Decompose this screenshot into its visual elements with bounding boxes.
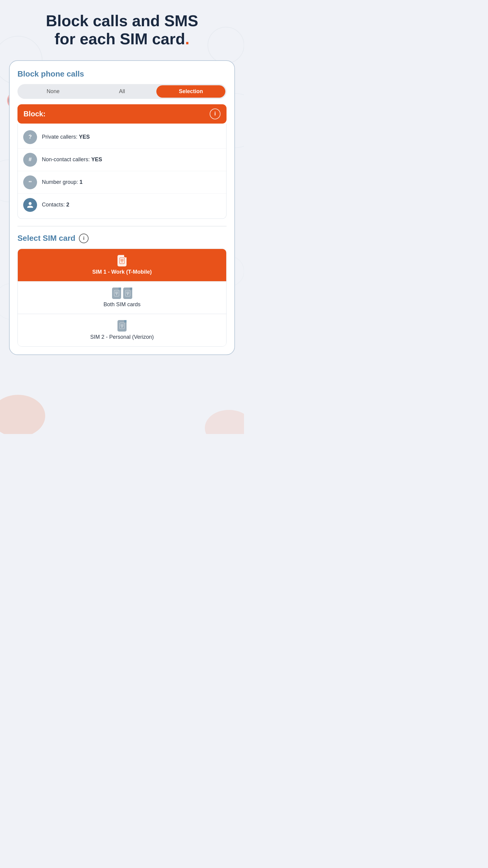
noncontact-callers-text: Non-contact callers: YES [42,156,102,163]
headline-dot: . [185,30,190,48]
block-calls-title: Block phone calls [18,69,227,79]
block-header-box: Block: i [18,104,227,124]
tab-group: None All Selection [18,84,227,99]
svg-text:2: 2 [127,293,128,296]
contacts-icon [23,198,37,212]
block-item-private[interactable]: ? Private callers: YES [18,126,226,148]
section-divider [18,226,227,226]
tab-none[interactable]: None [19,85,88,98]
block-calls-section: Block phone calls None All Selection Blo… [18,69,227,219]
both-chip-2: 2 [123,287,132,299]
select-sim-header: Select SIM card i [18,234,227,243]
block-item-noncontact[interactable]: # Non-contact callers: YES [18,148,226,171]
number-group-icon: ** [23,176,37,189]
select-sim-section: Select SIM card i 1 [18,234,227,347]
block-info-button[interactable]: i [210,108,221,119]
sim1-label: SIM 1 - Work (T-Mobile) [92,269,152,275]
svg-text:1: 1 [116,293,117,296]
block-item-numbergroup[interactable]: ** Number group: 1 [18,171,226,193]
page-headline: Block calls and SMS for each SIM card. [9,12,235,48]
number-group-text: Number group: 1 [42,179,83,185]
noncontact-callers-icon: # [23,153,37,167]
svg-text:2: 2 [121,326,123,328]
select-sim-info-button[interactable]: i [79,234,89,243]
headline-line1: Block calls and SMS [46,12,198,30]
headline-line2: for each SIM card [55,30,185,48]
sim2-chip: 2 [118,320,127,332]
both-sim-label: Both SIM cards [103,301,140,308]
block-header-title: Block: [24,110,45,118]
sim-options-list: 1 SIM 1 - Work (T-Mobile) 1 [18,249,227,347]
sim1-chip: 1 [118,255,127,267]
tab-selection[interactable]: Selection [156,85,225,98]
sim2-icon-container: 2 [118,320,127,332]
private-callers-text: Private callers: YES [42,134,90,140]
svg-point-8 [0,395,45,434]
main-card: Block phone calls None All Selection Blo… [9,60,235,355]
contacts-text: Contacts: 2 [42,202,69,208]
sim-option-sim2[interactable]: 2 SIM 2 - Personal (Verizon) [18,314,226,346]
svg-text:1: 1 [121,261,123,263]
sim-option-both[interactable]: 1 2 Both SIM cards [18,281,226,314]
both-chip-1: 1 [112,287,121,299]
select-sim-title: Select SIM card [18,234,75,243]
block-item-contacts[interactable]: Contacts: 2 [18,193,226,216]
sim2-label: SIM 2 - Personal (Verizon) [90,334,154,340]
private-callers-icon: ? [23,130,37,144]
tab-all[interactable]: All [88,85,157,98]
both-sim-icon-container: 1 2 [112,287,132,299]
sim-option-sim1[interactable]: 1 SIM 1 - Work (T-Mobile) [18,249,226,281]
sim1-icon-container: 1 [118,255,127,267]
svg-point-9 [205,410,244,434]
block-items-list: ? Private callers: YES # Non-contact cal… [18,124,227,219]
